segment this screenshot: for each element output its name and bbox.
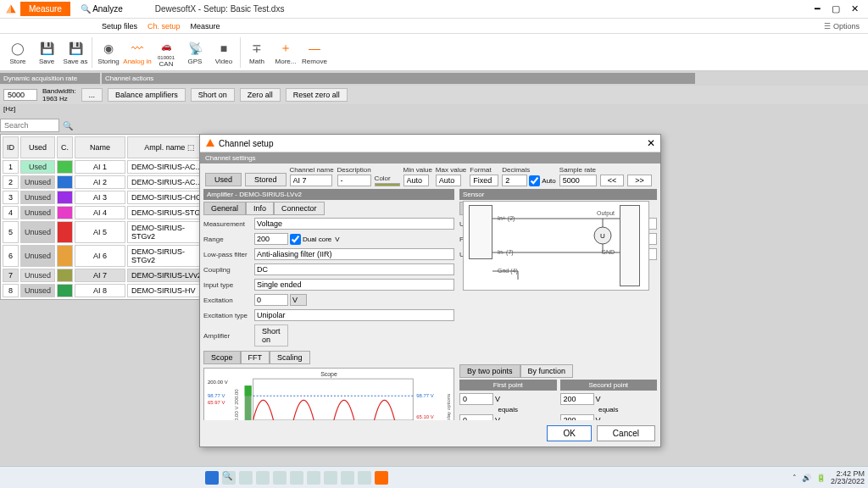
maximize-icon[interactable]: ▢ xyxy=(827,3,844,14)
close-icon[interactable]: ✕ xyxy=(846,3,863,14)
svg-text:Display options: Display options xyxy=(446,394,451,420)
search-input[interactable] xyxy=(0,119,59,132)
used-toggle[interactable]: Used xyxy=(205,173,242,186)
svg-text:98.77 V: 98.77 V xyxy=(416,393,434,398)
tab-connector[interactable]: Connector xyxy=(274,202,325,215)
resetzero-button[interactable]: Reset zero all xyxy=(286,88,348,102)
ribbon-can[interactable]: 🚗010001CAN xyxy=(152,36,181,68)
app2-icon[interactable] xyxy=(324,471,337,485)
sample-rate-select[interactable]: 5000 xyxy=(559,175,597,186)
format-select[interactable]: Fixed xyxy=(470,175,498,186)
tray-battery-icon[interactable]: 🔋 xyxy=(816,474,826,482)
ribbon-math[interactable]: ∓Math xyxy=(242,39,271,65)
store-icon[interactable] xyxy=(290,471,303,485)
next-channel-button[interactable]: >> xyxy=(627,175,652,186)
rate-select[interactable]: 5000 xyxy=(3,89,37,101)
stored-toggle[interactable]: Stored xyxy=(245,173,287,186)
lpf-select[interactable]: Anti-aliasing filter (IIR) xyxy=(254,248,454,260)
description-input[interactable] xyxy=(337,175,371,186)
search-icon[interactable]: 🔍 xyxy=(63,121,73,130)
ribbon-remove[interactable]: —Remove xyxy=(300,39,329,65)
search-task-icon[interactable]: 🔍 xyxy=(222,471,236,485)
balance-button[interactable]: Balance amplifiers xyxy=(108,88,186,102)
system-tray[interactable]: ˄ 🔊 🔋 2:42 PM 2/23/2022 xyxy=(793,470,865,485)
channel-settings-header: Channel settings xyxy=(200,152,660,164)
range-select[interactable]: 200 xyxy=(254,233,288,245)
channel-setup-dialog: Channel setup ✕ Channel settings Used St… xyxy=(199,134,661,447)
tray-chevron-icon[interactable]: ˄ xyxy=(793,474,797,482)
tab-general[interactable]: General xyxy=(203,202,246,215)
measurement-select[interactable]: Voltage xyxy=(254,218,454,230)
col-color[interactable]: C. xyxy=(57,136,73,158)
col-used[interactable]: Used xyxy=(20,136,55,158)
subtab-ch-setup[interactable]: Ch. setup xyxy=(147,22,181,30)
ribbon-more[interactable]: ＋More... xyxy=(271,39,300,65)
subtab-setup-files[interactable]: Setup files xyxy=(102,22,137,30)
svg-text:U: U xyxy=(600,232,605,240)
tab-fft[interactable]: FFT xyxy=(241,351,270,364)
tab-two-points[interactable]: By two points xyxy=(459,364,520,378)
exctype-select[interactable]: Unipolar xyxy=(254,309,454,321)
decimals-input[interactable] xyxy=(502,175,527,186)
ribbon-video[interactable]: ■Video xyxy=(209,39,238,65)
ribbon-gps[interactable]: 📡GPS xyxy=(181,39,209,65)
tab-scope[interactable]: Scope xyxy=(203,351,241,364)
shorton-button[interactable]: Short on xyxy=(191,88,235,102)
amplifier-header: Amplifier - DEMO-SIRIUS-LVv2 xyxy=(203,189,454,200)
tray-wifi-icon[interactable]: 🔊 xyxy=(802,474,811,482)
tab-scaling[interactable]: Scaling xyxy=(270,351,310,364)
amplifier-shorton-button[interactable]: Short on xyxy=(254,324,288,347)
p2-input-b[interactable] xyxy=(560,414,594,420)
svg-marker-2 xyxy=(206,139,214,147)
app1-icon[interactable] xyxy=(307,471,320,485)
camera-icon: ■ xyxy=(209,39,238,58)
coupling-select[interactable]: DC xyxy=(254,263,454,275)
p2-input-a[interactable] xyxy=(560,393,594,405)
minimize-icon[interactable]: ━ xyxy=(809,3,826,14)
analyze-label: Analyze xyxy=(92,4,123,14)
tab-by-function[interactable]: By function xyxy=(520,364,574,378)
col-id[interactable]: ID xyxy=(3,136,19,158)
sensor-header: Sensor xyxy=(459,189,657,200)
mode-measure-tab[interactable]: Measure xyxy=(20,2,70,16)
svg-text:65.10 V: 65.10 V xyxy=(416,414,434,419)
app3-icon[interactable] xyxy=(341,471,354,485)
auto-decimals-checkbox[interactable] xyxy=(529,175,540,186)
more-rate-button[interactable]: ... xyxy=(81,88,103,102)
zeroall-button[interactable]: Zero all xyxy=(240,88,281,102)
window-title: DewesoftX - Setup: Basic Test.dxs xyxy=(155,4,285,14)
ribbon-save[interactable]: 💾Save xyxy=(32,39,61,65)
storing-icon: ◉ xyxy=(94,39,123,58)
app4-icon[interactable] xyxy=(358,471,371,485)
min-input[interactable] xyxy=(403,175,429,186)
ok-button[interactable]: OK xyxy=(547,425,591,441)
subtab-measure[interactable]: Measure xyxy=(191,22,220,30)
excitation-unit[interactable]: V xyxy=(290,294,307,306)
taskview-icon[interactable] xyxy=(239,471,253,485)
cancel-button[interactable]: Cancel xyxy=(597,425,655,441)
max-input[interactable] xyxy=(436,175,461,186)
ribbon-saveas[interactable]: 💾Save as xyxy=(61,39,90,65)
p1-input-b[interactable] xyxy=(459,414,493,420)
excitation-select[interactable]: 0 xyxy=(254,294,288,306)
ribbon-storing[interactable]: ◉Storing xyxy=(94,39,123,65)
mode-analyze-tab[interactable]: 🔍 Analyze xyxy=(74,2,130,16)
p1-input-a[interactable] xyxy=(459,393,493,405)
ribbon-analogin[interactable]: 〰Analog in xyxy=(123,39,152,65)
inputtype-select[interactable]: Single ended xyxy=(254,279,454,291)
satellite-icon: 📡 xyxy=(181,39,209,58)
explorer-icon[interactable] xyxy=(256,471,270,485)
tab-info[interactable]: Info xyxy=(246,202,274,215)
dialog-close-icon[interactable]: ✕ xyxy=(647,137,655,149)
taskbar-center: 🔍 xyxy=(205,471,388,485)
edge-icon[interactable] xyxy=(273,471,287,485)
color-picker[interactable] xyxy=(375,183,400,186)
dualcore-checkbox[interactable] xyxy=(290,234,301,245)
start-icon[interactable] xyxy=(205,471,219,485)
ribbon-store[interactable]: ◯Store xyxy=(3,39,32,65)
channel-name-input[interactable] xyxy=(290,175,332,186)
dewesoft-task-icon[interactable] xyxy=(375,471,388,485)
prev-channel-button[interactable]: << xyxy=(600,175,625,186)
options-link[interactable]: ☰ Options xyxy=(824,22,868,30)
col-name[interactable]: Name xyxy=(75,136,125,158)
